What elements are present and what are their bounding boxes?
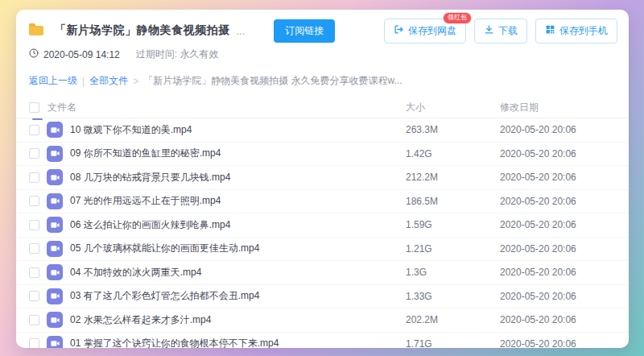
expire-value: 永久有效 bbox=[180, 48, 218, 60]
row-checkbox[interactable] bbox=[29, 243, 39, 254]
table-row[interactable]: 09 你所不知道的鱼缸里的秘密.mp4 1.42G 2020-05-20 20:… bbox=[16, 143, 629, 167]
file-name[interactable]: 07 光的作用远远不止在于照明.mp4 bbox=[70, 194, 406, 208]
file-size: 1.3G bbox=[406, 267, 500, 278]
select-all-checkbox[interactable] bbox=[29, 102, 39, 113]
breadcrumb-all-files-link[interactable]: 全部文件 bbox=[89, 74, 128, 88]
file-name[interactable]: 05 几个玻璃杯就能让你的画面更佳生动.mp4 bbox=[70, 242, 406, 255]
table-row[interactable]: 06 这么拍让你的画面火辣到呛鼻.mp4 1.59G 2020-05-20 20… bbox=[16, 213, 629, 238]
table-row[interactable]: 03 有了这几个彩色灯管怎么拍都不会丑.mp4 1.33G 2020-05-20… bbox=[16, 285, 629, 309]
header-underline-dash bbox=[32, 118, 43, 120]
row-checkbox[interactable] bbox=[29, 220, 39, 230]
file-date: 2020-05-20 20:06 bbox=[500, 148, 617, 159]
video-file-icon bbox=[47, 146, 63, 162]
video-file-icon bbox=[47, 312, 63, 328]
file-name[interactable]: 06 这么拍让你的画面火辣到呛鼻.mp4 bbox=[70, 218, 406, 232]
file-date: 2020-05-20 20:06 bbox=[500, 291, 617, 302]
breadcrumb-back-link[interactable]: 返回上一级 bbox=[29, 74, 77, 88]
expire-label: 过期时间: bbox=[136, 48, 177, 60]
file-date: 2020-05-20 20:06 bbox=[500, 172, 617, 183]
file-name[interactable]: 04 不加特效的冰火两重天.mp4 bbox=[70, 266, 406, 279]
file-size: 186.5M bbox=[406, 196, 500, 207]
row-checkbox[interactable] bbox=[29, 172, 39, 183]
row-checkbox[interactable] bbox=[29, 148, 39, 159]
file-date: 2020-05-20 20:06 bbox=[500, 314, 617, 325]
file-date: 2020-05-20 20:06 bbox=[500, 196, 617, 207]
file-size: 202.2M bbox=[406, 314, 500, 325]
table-row[interactable]: 01 掌握了这个诀窍让你的食物根本停不下来.mp4 1.71G 2020-05-… bbox=[16, 333, 629, 349]
file-size: 1.42G bbox=[406, 148, 500, 159]
file-name[interactable]: 03 有了这几个彩色灯管怎么拍都不会丑.mp4 bbox=[70, 289, 406, 303]
row-checkbox[interactable] bbox=[29, 125, 39, 135]
file-date: 2020-05-20 20:06 bbox=[500, 124, 617, 135]
card-header: 「新片场学院」静物美食视频拍摄 ... 订阅链接 领红包 保存到网盘 下载 bbox=[16, 10, 629, 43]
title-ellipsis: ... bbox=[237, 25, 246, 37]
row-checkbox[interactable] bbox=[29, 196, 39, 206]
clock-icon bbox=[29, 48, 43, 60]
file-size: 1.71G bbox=[406, 338, 500, 348]
header-actions: 领红包 保存到网盘 下载 保存到手机 bbox=[384, 19, 617, 43]
table-row[interactable]: 04 不加特效的冰火两重天.mp4 1.3G 2020-05-20 20:06 bbox=[16, 261, 629, 285]
red-packet-badge: 领红包 bbox=[443, 12, 472, 24]
save-to-phone-button[interactable]: 保存到手机 bbox=[535, 19, 617, 43]
column-header-size[interactable]: 大小 bbox=[406, 101, 500, 114]
export-icon bbox=[394, 24, 404, 37]
table-row[interactable]: 02 水果怎么样看起来才多汁.mp4 202.2M 2020-05-20 20:… bbox=[16, 308, 629, 333]
row-checkbox[interactable] bbox=[29, 338, 39, 348]
file-name[interactable]: 02 水果怎么样看起来才多汁.mp4 bbox=[70, 313, 406, 327]
share-time: 2020-05-09 14:12 bbox=[43, 49, 120, 60]
breadcrumb: 返回上一级 | 全部文件 > 「新片场学院」静物美食视频拍摄 永久免费分享收费课… bbox=[16, 61, 629, 88]
video-file-icon bbox=[47, 241, 63, 257]
row-checkbox[interactable] bbox=[29, 291, 39, 301]
breadcrumb-pipe: | bbox=[82, 76, 85, 87]
share-title: 「新片场学院」静物美食视频拍摄 bbox=[55, 23, 230, 38]
table-row[interactable]: 07 光的作用远远不止在于照明.mp4 186.5M 2020-05-20 20… bbox=[16, 190, 629, 214]
qr-code-icon bbox=[545, 24, 555, 37]
file-date: 2020-05-20 20:06 bbox=[500, 243, 617, 255]
share-meta: 2020-05-09 14:12 过期时间: 永久有效 bbox=[16, 43, 629, 61]
video-file-icon bbox=[47, 122, 63, 138]
file-table-body: 10 微观下你不知道的美.mp4 263.3M 2020-05-20 20:06… bbox=[16, 118, 629, 348]
file-size: 212.2M bbox=[406, 172, 500, 183]
breadcrumb-arrow: > bbox=[133, 76, 138, 87]
file-size: 1.33G bbox=[406, 291, 500, 302]
video-file-icon bbox=[47, 264, 63, 280]
save-to-cloud-button[interactable]: 领红包 保存到网盘 bbox=[384, 19, 466, 43]
file-size: 263.3M bbox=[406, 124, 500, 135]
file-date: 2020-05-20 20:06 bbox=[500, 219, 617, 230]
video-file-icon bbox=[47, 169, 63, 185]
file-date: 2020-05-20 20:06 bbox=[500, 338, 617, 348]
row-checkbox[interactable] bbox=[29, 267, 39, 278]
file-name[interactable]: 10 微观下你不知道的美.mp4 bbox=[70, 123, 406, 137]
file-name[interactable]: 09 你所不知道的鱼缸里的秘密.mp4 bbox=[70, 147, 406, 160]
download-button[interactable]: 下载 bbox=[474, 19, 527, 43]
table-row[interactable]: 05 几个玻璃杯就能让你的画面更佳生动.mp4 1.21G 2020-05-20… bbox=[16, 238, 629, 262]
file-date: 2020-05-20 20:06 bbox=[500, 267, 617, 278]
folder-icon bbox=[29, 26, 43, 35]
share-card: 「新片场学院」静物美食视频拍摄 ... 订阅链接 领红包 保存到网盘 下载 bbox=[16, 10, 629, 348]
video-file-icon bbox=[47, 217, 63, 233]
video-file-icon bbox=[47, 193, 63, 209]
row-checkbox[interactable] bbox=[29, 315, 39, 325]
video-file-icon bbox=[47, 336, 63, 348]
subscribe-link-button[interactable]: 订阅链接 bbox=[274, 19, 335, 43]
table-row[interactable]: 10 微观下你不知道的美.mp4 263.3M 2020-05-20 20:06 bbox=[16, 118, 629, 143]
video-file-icon bbox=[47, 288, 63, 304]
breadcrumb-current-folder: 「新片场学院」静物美食视频拍摄 永久免费分享收费课程w... bbox=[143, 74, 402, 88]
table-row[interactable]: 08 几万块的钻戒背景只要几块钱.mp4 212.2M 2020-05-20 2… bbox=[16, 166, 629, 190]
file-name[interactable]: 08 几万块的钻戒背景只要几块钱.mp4 bbox=[70, 171, 406, 184]
column-header-name[interactable]: 文件名 bbox=[47, 101, 406, 114]
file-size: 1.21G bbox=[406, 243, 500, 255]
file-name[interactable]: 01 掌握了这个诀窍让你的食物根本停不下来.mp4 bbox=[70, 337, 406, 348]
download-icon bbox=[484, 24, 494, 37]
expire-info: 过期时间: 永久有效 bbox=[136, 48, 219, 61]
file-size: 1.59G bbox=[406, 219, 500, 230]
file-table-header: 文件名 大小 修改日期 bbox=[16, 97, 629, 118]
column-header-date[interactable]: 修改日期 bbox=[500, 101, 617, 114]
